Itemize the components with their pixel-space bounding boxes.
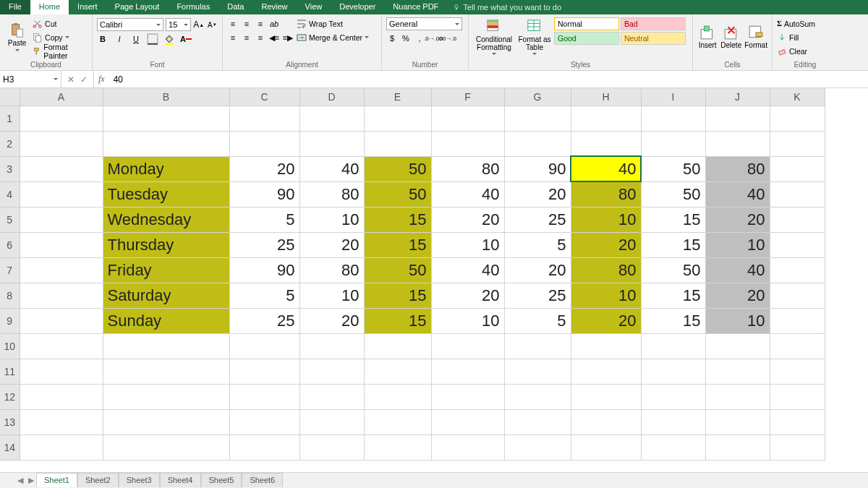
cell-C3[interactable]: 20 xyxy=(229,156,299,181)
tab-nuance[interactable]: Nuance PDF xyxy=(384,0,447,14)
cell-F11[interactable] xyxy=(431,359,504,384)
col-header-J[interactable]: J xyxy=(705,88,770,106)
insert-cells-button[interactable]: Insert xyxy=(697,16,718,58)
cut-button[interactable]: Cut xyxy=(33,17,88,30)
cell-F6[interactable]: 10 xyxy=(431,232,504,257)
cell-B4[interactable]: Tuesday xyxy=(103,181,229,207)
cell-H14[interactable] xyxy=(571,435,641,460)
cell-K12[interactable] xyxy=(770,384,825,409)
align-top-button[interactable]: ≡ xyxy=(227,18,239,30)
cell-F12[interactable] xyxy=(431,384,504,409)
cell-C2[interactable] xyxy=(229,131,299,156)
cell-E3[interactable]: 50 xyxy=(364,156,431,181)
cell-B10[interactable] xyxy=(103,333,229,359)
cell-B11[interactable] xyxy=(103,359,229,384)
cell-I13[interactable] xyxy=(641,409,705,435)
tab-developer[interactable]: Developer xyxy=(331,0,384,14)
style-neutral[interactable]: Neutral xyxy=(621,32,686,45)
cell-B12[interactable] xyxy=(103,384,229,409)
cell-J11[interactable] xyxy=(705,359,770,384)
cell-F3[interactable]: 80 xyxy=(431,156,504,181)
row-header-11[interactable]: 11 xyxy=(0,359,20,384)
cell-E8[interactable]: 15 xyxy=(364,283,431,308)
decrease-font-button[interactable]: A▼ xyxy=(207,19,218,30)
cell-H3[interactable]: 40 xyxy=(571,156,641,181)
row-header-9[interactable]: 9 xyxy=(0,308,20,333)
paste-button[interactable]: Paste xyxy=(4,16,30,58)
cell-F4[interactable]: 40 xyxy=(431,181,504,207)
cell-G10[interactable] xyxy=(504,333,571,359)
row-header-10[interactable]: 10 xyxy=(0,333,20,359)
cell-A13[interactable] xyxy=(20,409,103,435)
cell-A1[interactable] xyxy=(20,106,103,131)
cell-G1[interactable] xyxy=(504,106,571,131)
tell-me[interactable]: Tell me what you want to do xyxy=(447,0,561,14)
cell-H9[interactable]: 20 xyxy=(571,308,641,333)
row-header-12[interactable]: 12 xyxy=(0,384,20,409)
name-box[interactable]: H3 xyxy=(0,71,61,87)
cell-K4[interactable] xyxy=(770,181,825,207)
cell-J6[interactable]: 10 xyxy=(705,232,770,257)
cell-I12[interactable] xyxy=(641,384,705,409)
underline-button[interactable]: U xyxy=(130,33,142,45)
cell-G9[interactable]: 5 xyxy=(504,308,571,333)
cell-B8[interactable]: Saturday xyxy=(103,283,229,308)
cell-E11[interactable] xyxy=(364,359,431,384)
formula-input[interactable]: 40 xyxy=(109,71,868,87)
cell-D1[interactable] xyxy=(299,106,364,131)
cell-D4[interactable]: 80 xyxy=(299,181,364,207)
cell-E13[interactable] xyxy=(364,409,431,435)
cell-J2[interactable] xyxy=(705,131,770,156)
cell-D6[interactable]: 20 xyxy=(299,232,364,257)
font-color-button[interactable]: A xyxy=(180,33,192,45)
font-name-select[interactable]: Calibri xyxy=(97,18,163,31)
cell-J9[interactable]: 10 xyxy=(705,308,770,333)
cell-A9[interactable] xyxy=(20,308,103,333)
cell-H1[interactable] xyxy=(571,106,641,131)
cell-B3[interactable]: Monday xyxy=(103,156,229,181)
sheet-tab-sheet1[interactable]: Sheet1 xyxy=(36,473,77,487)
cell-H8[interactable]: 10 xyxy=(571,283,641,308)
cell-G7[interactable]: 20 xyxy=(504,257,571,283)
row-header-5[interactable]: 5 xyxy=(0,207,20,232)
cell-K9[interactable] xyxy=(770,308,825,333)
cell-K10[interactable] xyxy=(770,333,825,359)
cell-A14[interactable] xyxy=(20,435,103,460)
cell-H12[interactable] xyxy=(571,384,641,409)
cell-E4[interactable]: 50 xyxy=(364,181,431,207)
sheet-tab-sheet4[interactable]: Sheet4 xyxy=(160,473,201,487)
cell-D11[interactable] xyxy=(299,359,364,384)
cell-F8[interactable]: 20 xyxy=(431,283,504,308)
cell-H10[interactable] xyxy=(571,333,641,359)
cell-I5[interactable]: 15 xyxy=(641,207,705,232)
row-header-2[interactable]: 2 xyxy=(0,131,20,156)
cell-I9[interactable]: 15 xyxy=(641,308,705,333)
sheet-nav-prev[interactable]: ◀ xyxy=(14,476,25,485)
cell-H5[interactable]: 10 xyxy=(571,207,641,232)
cell-J1[interactable] xyxy=(705,106,770,131)
cell-A5[interactable] xyxy=(20,207,103,232)
cell-H7[interactable]: 80 xyxy=(571,257,641,283)
cell-K2[interactable] xyxy=(770,131,825,156)
cell-J10[interactable] xyxy=(705,333,770,359)
wrap-text-button[interactable]: Wrap Text xyxy=(297,17,369,30)
cell-F13[interactable] xyxy=(431,409,504,435)
tab-review[interactable]: Review xyxy=(252,0,296,14)
col-header-H[interactable]: H xyxy=(571,88,641,106)
cell-A4[interactable] xyxy=(20,181,103,207)
cell-E5[interactable]: 15 xyxy=(364,207,431,232)
col-header-C[interactable]: C xyxy=(229,88,299,106)
row-header-3[interactable]: 3 xyxy=(0,156,20,181)
cell-I7[interactable]: 50 xyxy=(641,257,705,283)
format-table-button[interactable]: Format as Table xyxy=(518,16,551,58)
cell-I3[interactable]: 50 xyxy=(641,156,705,181)
cell-B5[interactable]: Wednesday xyxy=(103,207,229,232)
cell-D12[interactable] xyxy=(299,384,364,409)
cell-F10[interactable] xyxy=(431,333,504,359)
cell-H6[interactable]: 20 xyxy=(571,232,641,257)
font-size-select[interactable]: 15 xyxy=(166,18,191,31)
cell-G14[interactable] xyxy=(504,435,571,460)
cell-D10[interactable] xyxy=(299,333,364,359)
cell-F1[interactable] xyxy=(431,106,504,131)
style-normal[interactable]: Normal xyxy=(554,17,619,30)
